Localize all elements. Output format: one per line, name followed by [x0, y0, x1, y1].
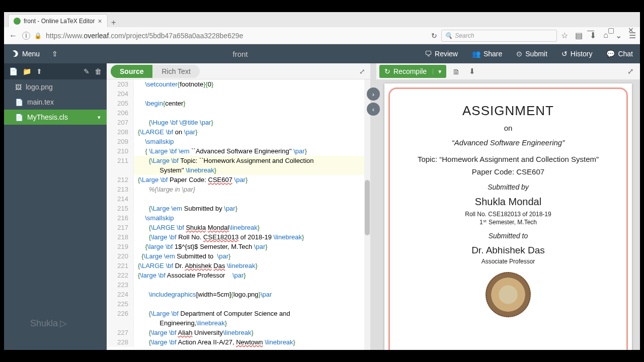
code-line[interactable]: 216 \smallskip	[107, 213, 370, 223]
code-editor[interactable]: 203 \setcounter{footnote}{0}204205 \begi…	[107, 79, 370, 350]
submit-icon: ⊙	[516, 50, 522, 58]
tab-close-icon[interactable]: ×	[98, 17, 102, 25]
code-line[interactable]: 209 \smallskip	[107, 137, 370, 146]
code-line[interactable]: 211 {\Large \bf Topic: ``Homework Assign…	[107, 156, 370, 165]
doc-semester: 1ˢᵗ Semester, M.Tech	[400, 219, 616, 226]
code-line[interactable]: 223	[107, 280, 370, 290]
back-button[interactable]: ←	[8, 31, 18, 40]
editor-scrollbar[interactable]	[364, 79, 370, 350]
pdf-panel: ↻Recompile ▼ 🗎 ⬇ ⤢ ASSIGNMENT on “Advanc…	[376, 63, 640, 350]
code-line[interactable]: 213 %{\large in \par}	[107, 185, 370, 194]
new-tab-button[interactable]: +	[108, 18, 120, 27]
refresh-button[interactable]: ↻	[431, 32, 437, 40]
recompile-dropdown[interactable]: ▼	[433, 69, 446, 74]
editor-toolbar: Source Rich Text ⤢	[107, 63, 370, 79]
code-line[interactable]: 214	[107, 194, 370, 204]
file-item[interactable]: 📄main.tex	[4, 95, 107, 110]
doc-role: Associate Professor	[400, 258, 616, 265]
chat-button[interactable]: 💬Chat	[599, 50, 640, 58]
browser-tab[interactable]: front - Online LaTeX Editor ×	[8, 14, 108, 27]
code-line[interactable]: 225	[107, 299, 370, 309]
code-line[interactable]: 208{\LARGE \bf on \par}	[107, 127, 370, 137]
review-button[interactable]: 🗨Review	[418, 50, 465, 58]
code-line[interactable]: 227 {\large \bf Aliah University\linebre…	[107, 328, 370, 337]
menu-button[interactable]: Menu	[4, 50, 47, 58]
sync-left-icon[interactable]: ‹	[367, 103, 380, 116]
sync-right-icon[interactable]: ›	[367, 87, 380, 101]
code-line[interactable]: 210 { \Large \bf \em ``Advanced Software…	[107, 146, 370, 156]
rename-icon[interactable]: ✎	[84, 67, 90, 75]
history-button[interactable]: ↺History	[554, 50, 600, 58]
submit-button[interactable]: ⊙Submit	[509, 50, 554, 58]
tab-rich-text[interactable]: Rich Text	[152, 65, 199, 78]
recompile-button[interactable]: ↻Recompile ▼	[379, 65, 446, 78]
project-title: front	[63, 50, 418, 58]
doc-title: ASSIGNMENT	[400, 103, 616, 119]
code-line[interactable]: 226 {\Large \bf Department of Computer S…	[107, 309, 370, 318]
lock-icon: 🔒	[34, 32, 42, 39]
code-line[interactable]: 221{\LARGE \bf Dr. Abhishek Das \linebre…	[107, 261, 370, 270]
code-line[interactable]: 212{\Large \bf Paper Code: CSE607 \par}	[107, 175, 370, 185]
info-icon[interactable]: i	[22, 32, 30, 40]
code-line[interactable]: 207 {\Huge \bf \@title \par}	[107, 118, 370, 127]
doc-course: “Advanced Software Engineering”	[400, 138, 616, 147]
file-item[interactable]: 📄MyThesis.cls▾	[4, 110, 107, 125]
pane-divider[interactable]: › ‹	[370, 63, 376, 350]
url-text[interactable]: https://www.overleaf.com/project/5bdb47a…	[46, 32, 427, 40]
file-item[interactable]: 🖼logo.png	[4, 79, 107, 95]
browser-tab-bar: front - Online LaTeX Editor × +	[4, 12, 640, 27]
download-pdf-icon[interactable]: ⬇	[466, 67, 478, 76]
code-line[interactable]: 203 \setcounter{footnote}{0}	[107, 79, 370, 89]
code-line[interactable]: System'' \linebreak}	[107, 165, 370, 175]
new-folder-icon[interactable]: 📁	[23, 67, 31, 75]
file-icon: 📄	[15, 99, 23, 106]
university-logo	[486, 272, 531, 317]
doc-on: on	[400, 124, 616, 132]
browser-url-bar: ← i 🔒 https://www.overleaf.com/project/5…	[4, 27, 640, 44]
expand-pdf-icon[interactable]: ⤢	[624, 67, 637, 76]
file-tree-toolbar: 📄 📁 ⬆ ✎ 🗑	[4, 63, 107, 79]
code-line[interactable]: Engineering,\linebreak}	[107, 318, 370, 328]
doc-roll: Roll No. CSE182013 of 2018-19	[400, 211, 616, 218]
window-controls: — ▢ ✕	[584, 26, 638, 34]
expand-editor-icon[interactable]: ⤢	[359, 67, 365, 75]
code-line[interactable]: 222{\large \bf Associate Professor \par}	[107, 270, 370, 280]
chevron-down-icon[interactable]: ▾	[98, 114, 101, 121]
file-tree-panel: 📄 📁 ⬆ ✎ 🗑 🖼logo.png📄main.tex📄MyThesis.cl…	[4, 63, 107, 350]
code-line[interactable]: 206	[107, 108, 370, 118]
library-icon[interactable]: ▤	[575, 31, 583, 40]
review-icon: 🗨	[425, 50, 432, 58]
doc-submitted-to: Submitted to	[400, 232, 616, 240]
window-minimize-icon[interactable]: —	[584, 26, 598, 34]
upload-icon[interactable]: ⇧	[47, 50, 63, 58]
overleaf-logo-icon	[11, 50, 19, 58]
code-line[interactable]: 217 {\LARGE \bf Shukla Mondal\linebreak}	[107, 223, 370, 232]
watermark: Shukla▷	[30, 318, 67, 329]
delete-icon[interactable]: 🗑	[95, 67, 102, 75]
share-button[interactable]: 👥Share	[465, 50, 509, 58]
pdf-viewer[interactable]: ASSIGNMENT on “Advanced Software Enginee…	[376, 79, 640, 350]
logs-icon[interactable]: 🗎	[449, 67, 463, 76]
chat-icon: 💬	[606, 50, 615, 58]
bookmark-icon[interactable]: ☆	[561, 31, 568, 40]
code-line[interactable]: 215 {\Large \em Submitted by \par}	[107, 204, 370, 213]
tab-source[interactable]: Source	[111, 65, 152, 78]
window-maximize-icon[interactable]: ▢	[604, 26, 618, 34]
share-icon: 👥	[472, 50, 480, 58]
code-line[interactable]: 228 {\large \bf Action Area II-A/27, New…	[107, 337, 370, 347]
search-input[interactable]: 🔍 Search	[441, 30, 557, 42]
code-line[interactable]: 224 \includegraphics[width=5cm]{logo.png…	[107, 290, 370, 299]
code-line[interactable]: 220 {\Large \em Submitted to \par}	[107, 251, 370, 261]
overleaf-favicon	[14, 18, 21, 25]
history-icon: ↺	[561, 50, 568, 58]
code-line[interactable]: 205 \begin{center}	[107, 99, 370, 108]
search-icon: 🔍	[445, 32, 452, 39]
code-line[interactable]: 218 {\large \bf Roll No. CSE182013 of 20…	[107, 232, 370, 242]
upload-file-icon[interactable]: ⬆	[36, 67, 42, 75]
window-close-icon[interactable]: ✕	[624, 26, 638, 34]
file-icon: 📄	[15, 114, 23, 121]
doc-paper-code: Paper Code: CSE607	[400, 167, 616, 176]
code-line[interactable]: 204	[107, 89, 370, 99]
new-file-icon[interactable]: 📄	[9, 67, 18, 75]
code-line[interactable]: 219 {\large \bf 1$^{st}$ Semester, M.Tec…	[107, 242, 370, 251]
